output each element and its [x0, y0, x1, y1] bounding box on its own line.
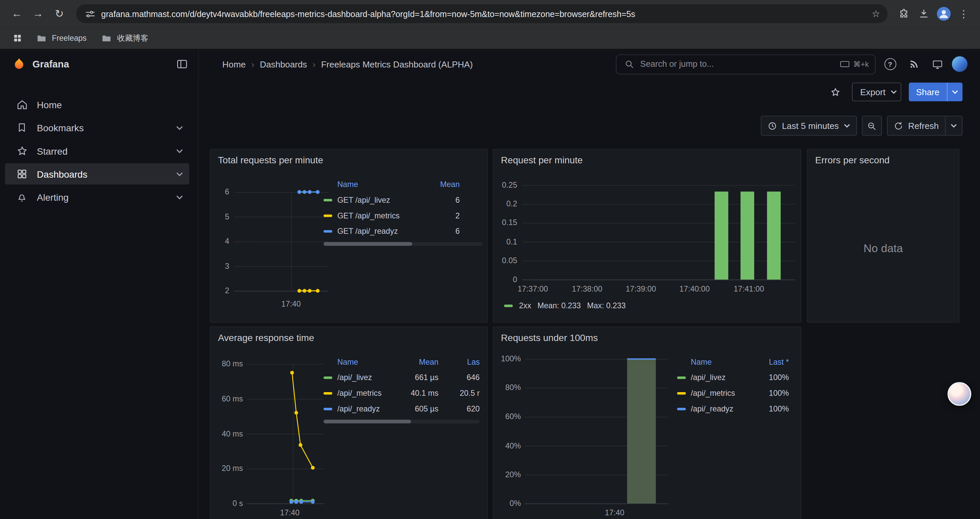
panel-title[interactable]: Requests under 100ms	[493, 327, 800, 343]
series-swatch	[323, 407, 332, 410]
legend-inline[interactable]: 2xx Mean: 0.233 Max: 0.233	[504, 302, 626, 310]
home-icon	[16, 98, 28, 110]
assistant-avatar[interactable]	[948, 382, 971, 406]
chevron-down-icon[interactable]	[176, 195, 183, 199]
apps-grid-icon[interactable]	[9, 29, 26, 47]
sidebar-item-label: Alerting	[37, 192, 68, 203]
refresh-control[interactable]: Refresh	[887, 115, 963, 136]
grafana-header-right: Home › Dashboards › Freeleaps Metrics Da…	[199, 50, 980, 79]
refresh-interval-caret[interactable]	[945, 116, 962, 135]
site-info-icon[interactable]	[84, 7, 96, 20]
bookmark-freeleaps[interactable]: Freeleaps	[30, 29, 92, 47]
bookmark-label: 收藏博客	[117, 33, 148, 43]
share-dropdown-caret[interactable]	[947, 83, 963, 101]
legend-row[interactable]: /api/_metrics 40.1 ms 20.5 r	[323, 385, 480, 401]
series-swatch	[323, 392, 332, 394]
panel-title[interactable]: Average response time	[210, 327, 487, 343]
legend-row[interactable]: /api/_readyz 605 µs 620	[323, 401, 480, 417]
sidebar-item-starred[interactable]: Starred	[5, 140, 189, 161]
series-swatch	[323, 230, 332, 232]
back-icon[interactable]: ←	[7, 4, 26, 23]
sidebar-item-alerting[interactable]: Alerting	[5, 186, 189, 208]
menu-icon[interactable]: ⋮	[955, 5, 972, 22]
reload-icon[interactable]: ↻	[50, 4, 69, 23]
legend-scrollbar[interactable]	[323, 242, 482, 246]
legend-scrollbar[interactable]	[323, 420, 480, 423]
legend-table: Name Last * /api/_livez 100% /api/_metri…	[677, 355, 789, 417]
dashboard-main: Export Share Last 5 minutes	[199, 79, 980, 519]
sidebar-item-label: Dashboards	[37, 169, 87, 179]
search-input[interactable]: Search or jump to... ⌘+k	[616, 54, 876, 74]
screen: ← → ↻ grafana.mathmast.com/d/deytv4rwava…	[0, 0, 980, 519]
bell-icon	[16, 191, 28, 203]
profile-avatar[interactable]	[935, 5, 952, 22]
x-tick: 17:39:00	[626, 284, 656, 293]
news-rss-icon[interactable]	[904, 55, 923, 73]
refresh-label: Refresh	[908, 121, 939, 131]
chevron-down-icon[interactable]	[176, 172, 183, 176]
time-range-label: Last 5 minutes	[782, 121, 839, 131]
chart-total-requests[interactable]	[234, 192, 329, 292]
breadcrumb: Home › Dashboards › Freeleaps Metrics Da…	[223, 59, 473, 69]
legend-row[interactable]: /api/_livez 100%	[677, 370, 789, 385]
star-icon	[16, 145, 28, 157]
dashboards-icon	[16, 168, 28, 180]
refresh-button[interactable]: Refresh	[888, 116, 945, 135]
sidebar-item-bookmarks[interactable]: Bookmarks	[5, 117, 189, 138]
monitor-icon[interactable]	[928, 55, 947, 73]
chart-avg-response-time[interactable]	[247, 364, 323, 504]
address-bar[interactable]: grafana.mathmast.com/d/deytv4rwavabkb/fr…	[76, 4, 887, 23]
series-swatch	[323, 376, 332, 378]
series-swatch	[677, 392, 686, 394]
share-button[interactable]: Share	[908, 83, 963, 101]
grafana-header-left: Grafana	[0, 50, 199, 79]
bookmark-star-icon[interactable]: ☆	[872, 8, 880, 19]
panel-title[interactable]: Total requests per minute	[210, 150, 487, 165]
series-name[interactable]: 2xx	[519, 302, 531, 310]
zoom-out-button[interactable]	[862, 115, 882, 136]
x-tick: 17:38:00	[572, 284, 602, 293]
panel-errors-per-second: Errors per second No data	[807, 149, 959, 323]
zoom-out-icon	[867, 121, 877, 130]
help-icon[interactable]: ?	[881, 55, 899, 73]
breadcrumb-home[interactable]: Home	[223, 59, 246, 69]
export-button[interactable]: Export	[852, 83, 901, 101]
favorite-star-button[interactable]	[826, 83, 845, 101]
legend-row[interactable]: GET /api/_livez 6	[323, 192, 482, 208]
extensions-icon[interactable]	[895, 5, 912, 22]
share-label[interactable]: Share	[908, 83, 947, 101]
y-axis: 6 5 4 3 2	[214, 186, 229, 297]
time-range-picker[interactable]: Last 5 minutes	[761, 115, 857, 136]
sidebar-item-home[interactable]: Home	[5, 94, 189, 115]
sidebar-item-label: Home	[37, 99, 62, 110]
series-swatch	[677, 407, 686, 410]
forward-icon[interactable]: →	[29, 4, 48, 23]
legend-row[interactable]: GET /api/_readyz 6	[323, 223, 482, 239]
legend-row[interactable]: /api/_livez 661 µs 646	[323, 370, 480, 385]
download-icon[interactable]	[915, 5, 932, 22]
sidebar-item-label: Starred	[37, 145, 67, 156]
legend-row[interactable]: /api/_metrics 100%	[677, 385, 789, 401]
bookmark-blog[interactable]: 收藏博客	[95, 29, 153, 47]
legend-row[interactable]: /api/_readyz 100%	[677, 401, 789, 417]
panel-under-100ms: Requests under 100ms 100% 80% 60% 40% 20…	[493, 326, 801, 519]
x-tick: 17:40	[605, 508, 624, 517]
user-avatar[interactable]	[952, 56, 968, 72]
panel-title[interactable]: Errors per second	[808, 150, 959, 165]
chart-requests-per-minute[interactable]	[522, 185, 795, 280]
collapse-sidebar-icon[interactable]	[175, 58, 188, 70]
chevron-down-icon	[889, 86, 898, 98]
chevron-down-icon[interactable]	[176, 149, 183, 153]
chart-under-100ms[interactable]	[525, 359, 668, 504]
panel-title[interactable]: Request per minute	[493, 150, 800, 165]
sidebar-item-dashboards[interactable]: Dashboards	[5, 163, 189, 185]
legend-header: Name Mean	[323, 177, 482, 192]
grafana-logo[interactable]	[11, 56, 26, 72]
chevron-down-icon[interactable]	[176, 125, 183, 129]
legend-table: Name Mean GET /api/_livez 6 GET /api/_me…	[323, 177, 482, 239]
url-text: grafana.mathmast.com/d/deytv4rwavabkb/fr…	[101, 9, 867, 18]
breadcrumb-dashboards[interactable]: Dashboards	[260, 59, 307, 69]
legend-header: Name Mean Las	[323, 355, 480, 370]
legend-row[interactable]: GET /api/_metrics 2	[323, 208, 482, 224]
no-data-message: No data	[808, 174, 959, 322]
